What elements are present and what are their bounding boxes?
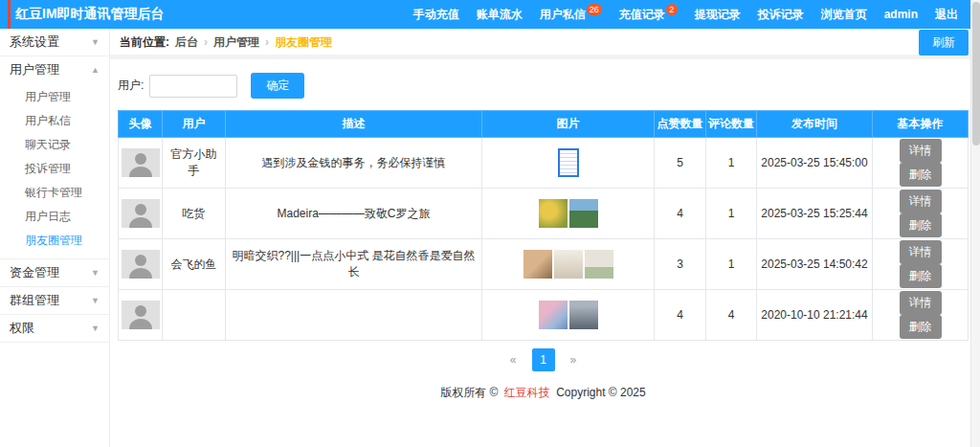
- sidebar-item-label: 系统设置: [10, 34, 59, 51]
- sidebar-item-group-management[interactable]: 群组管理 ▼: [0, 287, 109, 314]
- menu-user-messages-label: 用户私信: [540, 8, 586, 21]
- detail-button[interactable]: 详情: [900, 240, 942, 264]
- delete-button[interactable]: 删除: [900, 163, 942, 187]
- breadcrumb: 当前位置: 后台 › 用户管理 › 朋友圈管理 刷新: [110, 29, 980, 59]
- cell-user: 吃货: [163, 189, 226, 239]
- post-image-thumbnail[interactable]: [585, 250, 613, 279]
- topbar: 红豆IM即时通讯管理后台 手动充值 账单流水 用户私信26 充值记录2 提现记录…: [0, 0, 980, 29]
- cell-images: [482, 138, 655, 189]
- menu-user-messages[interactable]: 用户私信26: [531, 7, 611, 23]
- recharge-records-badge: 2: [666, 4, 678, 15]
- table-row: 会飞的鱼 明暗交织??|||一点点小中式 是花自然香是爱自然长 3 1 2025…: [119, 239, 969, 290]
- detail-button[interactable]: 详情: [900, 139, 942, 163]
- sidebar-subitem-moments-management[interactable]: 朋友圈管理: [0, 229, 109, 253]
- menu-manual-recharge[interactable]: 手动充值: [405, 7, 468, 23]
- post-image-thumbnail[interactable]: [569, 301, 598, 329]
- menu-complaint-records[interactable]: 投诉记录: [749, 7, 813, 23]
- sidebar-subitem-chat-records[interactable]: 聊天记录: [0, 133, 109, 157]
- menu-withdraw-records[interactable]: 提现记录: [686, 7, 749, 23]
- cell-likes: 4: [655, 290, 706, 341]
- delete-button[interactable]: 删除: [900, 264, 942, 288]
- scrollbar-thumb[interactable]: [972, 2, 980, 145]
- cell-publish-time: 2025-03-25 14:50:42: [757, 239, 873, 290]
- post-image-thumbnail[interactable]: [558, 148, 579, 177]
- cell-publish-time: 2025-03-25 15:25:44: [757, 189, 873, 239]
- detail-button[interactable]: 详情: [900, 291, 942, 315]
- menu-admin-user[interactable]: admin: [876, 8, 926, 21]
- sidebar-subitem-user-messages[interactable]: 用户私信: [0, 109, 109, 133]
- cell-user: 官方小助手: [163, 138, 226, 189]
- sidebar-subitem-user-logs[interactable]: 用户日志: [0, 205, 109, 229]
- breadcrumb-item-moments-management: 朋友圈管理: [275, 34, 332, 51]
- footer-prefix: 版权所有 ©: [440, 386, 498, 399]
- table-row: 官方小助手 遇到涉及金钱的事务，务必保持谨慎 5 1 2025-03-25 15…: [119, 138, 969, 189]
- main-area: 当前位置: 后台 › 用户管理 › 朋友圈管理 刷新 用户: 确定: [110, 29, 980, 447]
- cell-operations: 详情 删除: [873, 138, 969, 189]
- breadcrumb-prefix: 当前位置:: [120, 34, 169, 51]
- breadcrumb-item-backend[interactable]: 后台: [175, 34, 198, 51]
- menu-recharge-records[interactable]: 充值记录2: [611, 7, 686, 23]
- header-likes: 点赞数量: [655, 111, 706, 138]
- post-image-thumbnail[interactable]: [523, 250, 552, 279]
- header-comments: 评论数量: [706, 111, 757, 138]
- user-filter-input[interactable]: [149, 75, 237, 98]
- cell-likes: 5: [655, 138, 706, 189]
- menu-logout[interactable]: 退出: [926, 7, 967, 23]
- user-messages-badge: 26: [587, 4, 602, 15]
- page-number-button[interactable]: 1: [532, 348, 555, 371]
- delete-button[interactable]: 删除: [900, 213, 942, 237]
- menu-browse-home[interactable]: 浏览首页: [813, 7, 876, 23]
- sidebar-item-funds-management[interactable]: 资金管理 ▼: [0, 259, 109, 286]
- cell-images: [482, 239, 655, 290]
- header-publish-time: 发布时间: [757, 111, 873, 138]
- header-avatar: 头像: [119, 111, 163, 138]
- post-image-thumbnail[interactable]: [554, 250, 583, 279]
- confirm-button[interactable]: 确定: [251, 73, 304, 99]
- post-image-thumbnail[interactable]: [569, 199, 598, 228]
- sidebar-subitem-user-management[interactable]: 用户管理: [0, 85, 109, 109]
- cell-description: Madeira————致敬C罗之旅: [226, 189, 482, 239]
- cell-operations: 详情 删除: [873, 189, 969, 239]
- chevron-down-icon: ▼: [91, 324, 100, 333]
- prev-page-button[interactable]: «: [501, 348, 524, 371]
- sidebar-item-label: 资金管理: [10, 264, 59, 281]
- sidebar-item-system-settings[interactable]: 系统设置 ▼: [0, 29, 109, 56]
- cell-description: 遇到涉及金钱的事务，务必保持谨慎: [226, 138, 482, 189]
- cell-comments: 4: [706, 290, 757, 341]
- cell-comments: 1: [706, 239, 757, 290]
- scrollbar[interactable]: [970, 0, 980, 447]
- header-images: 图片: [482, 111, 655, 138]
- post-image-thumbnail[interactable]: [539, 301, 568, 329]
- avatar: [122, 250, 160, 279]
- cell-comments: 1: [706, 189, 757, 239]
- cell-publish-time: 2020-10-10 21:21:44: [757, 290, 873, 341]
- breadcrumb-item-user-management[interactable]: 用户管理: [213, 34, 259, 51]
- chevron-down-icon: ▼: [91, 296, 100, 305]
- avatar: [122, 148, 160, 177]
- sidebar-subitem-complaint-management[interactable]: 投诉管理: [0, 157, 109, 181]
- refresh-button[interactable]: 刷新: [919, 30, 969, 56]
- sidebar: 系统设置 ▼ 用户管理 ▲ 用户管理 用户私信 聊天记录 投诉管理 银行卡管理 …: [0, 29, 110, 447]
- detail-button[interactable]: 详情: [900, 190, 942, 213]
- sidebar-subitem-bankcard-management[interactable]: 银行卡管理: [0, 181, 109, 205]
- chevron-up-icon: ▲: [91, 65, 100, 75]
- cell-operations: 详情 删除: [873, 290, 969, 341]
- sidebar-item-label: 用户管理: [10, 61, 59, 78]
- logo-accent: [8, 0, 11, 29]
- next-page-button[interactable]: »: [562, 348, 585, 371]
- chevron-down-icon: ▼: [91, 37, 100, 47]
- cell-operations: 详情 删除: [873, 239, 969, 290]
- sidebar-item-permissions[interactable]: 权限 ▼: [0, 315, 109, 342]
- menu-bill-flow[interactable]: 账单流水: [468, 7, 531, 23]
- post-image-thumbnail[interactable]: [539, 199, 568, 228]
- cell-user: [163, 290, 226, 341]
- sidebar-item-label: 群组管理: [10, 292, 59, 309]
- user-management-submenu: 用户管理 用户私信 聊天记录 投诉管理 银行卡管理 用户日志 朋友圈管理: [0, 83, 109, 258]
- app-title: 红豆IM即时通讯管理后台: [15, 6, 165, 23]
- footer-company-link[interactable]: 红豆科技: [504, 386, 550, 399]
- chevron-down-icon: ▼: [91, 268, 100, 278]
- pagination: « 1 »: [118, 348, 969, 371]
- sidebar-item-user-management[interactable]: 用户管理 ▲: [0, 56, 109, 83]
- header-operations: 基本操作: [873, 111, 969, 138]
- delete-button[interactable]: 删除: [900, 315, 942, 339]
